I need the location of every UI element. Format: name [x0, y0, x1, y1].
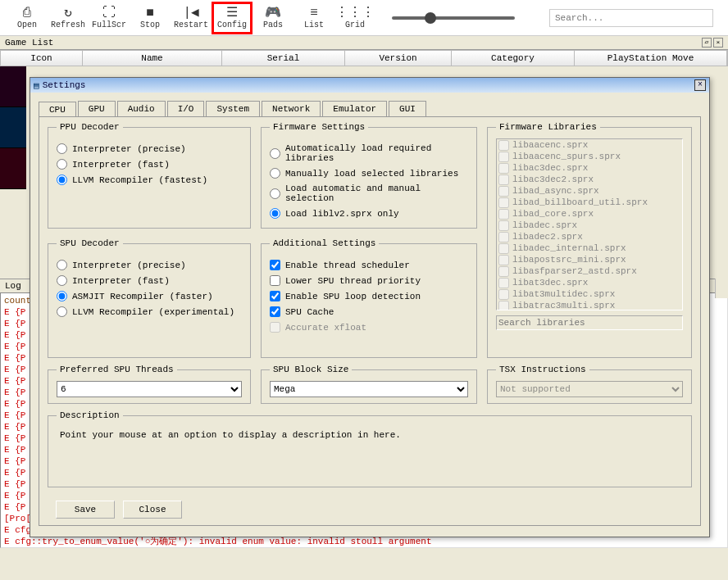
restart-button[interactable]: |◀Restart	[171, 2, 212, 34]
pads-button[interactable]: 🎮Pads	[253, 2, 293, 34]
open-button[interactable]: ⎙Open	[7, 2, 48, 34]
close-panel-icon[interactable]: ×	[713, 38, 723, 48]
spu-block-select[interactable]: Mega	[270, 381, 468, 397]
spu-interp-fast[interactable]: Interpreter (fast)	[57, 275, 242, 286]
stop-button[interactable]: ■Stop	[130, 2, 171, 34]
lib-item[interactable]: libaacenc.sprx	[497, 139, 682, 151]
slider-knob[interactable]	[425, 12, 436, 24]
tab-gui[interactable]: GUI	[389, 101, 426, 116]
col-category[interactable]: Category	[452, 51, 575, 66]
tsx-group: TSX Instructions Not supported	[487, 365, 692, 404]
lib-checkbox	[498, 301, 509, 311]
grid-button[interactable]: ⋮⋮⋮Grid	[334, 2, 375, 34]
dialog-buttons: Save Close	[56, 501, 182, 519]
lib-item[interactable]: libatrac3multi.sprx	[497, 300, 682, 310]
list-button[interactable]: ≡List	[293, 2, 334, 34]
libs-list[interactable]: libaacenc.sprxlibaacenc_spurs.sprxlibac3…	[496, 138, 683, 310]
game-row-icon[interactable]	[0, 107, 26, 148]
ppu-interp-precise[interactable]: Interpreter (precise)	[57, 143, 242, 154]
lib-item[interactable]: libat3multidec.sprx	[497, 288, 682, 300]
lib-item[interactable]: libat3dec.sprx	[497, 277, 682, 288]
chk-loop-detect[interactable]: Enable SPU loop detection	[270, 291, 468, 301]
fw-liblv2[interactable]: Load liblv2.sprx only	[270, 208, 468, 219]
lib-checkbox	[498, 186, 509, 197]
lib-checkbox	[498, 209, 509, 220]
stop-icon: ■	[146, 6, 154, 20]
libs-legend: Firmware Libraries	[496, 122, 600, 132]
spu-threads-select[interactable]: 6	[57, 381, 242, 397]
search-input[interactable]	[549, 9, 713, 27]
ppu-decoder-group: PPU Decoder Interpreter (precise) Interp…	[48, 122, 251, 229]
additional-settings-group: Additional Settings Enable thread schedu…	[261, 238, 477, 358]
restart-icon: |◀	[183, 6, 198, 20]
dialog-title: Settings	[43, 80, 86, 90]
tsx-legend: TSX Instructions	[496, 365, 589, 374]
tab-gpu[interactable]: GPU	[78, 101, 116, 116]
col-psmove[interactable]: PlayStation Move	[575, 51, 727, 66]
ppu-llvm[interactable]: LLVM Recompiler (fastest)	[57, 174, 242, 185]
tab-io[interactable]: I/O	[167, 101, 205, 116]
lib-item[interactable]: libad_billboard_util.sprx	[497, 197, 682, 208]
libs-search-input[interactable]	[496, 315, 683, 330]
col-version[interactable]: Version	[345, 51, 452, 66]
description-text: Point your mouse at an option to display…	[57, 427, 683, 443]
config-button[interactable]: ☰Config	[212, 2, 253, 34]
col-name[interactable]: Name	[83, 51, 222, 66]
lib-checkbox	[498, 174, 509, 185]
lib-item[interactable]: libadec_internal.sprx	[497, 242, 682, 254]
chk-xfloat: Accurate xfloat	[270, 322, 468, 333]
tab-system[interactable]: System	[206, 101, 260, 116]
lib-item[interactable]: libasfparser2_astd.sprx	[497, 265, 682, 277]
spu-threads-group: Preferred SPU Threads 6	[48, 365, 251, 404]
tab-network[interactable]: Network	[262, 101, 321, 116]
chk-thread-sched[interactable]: Enable thread scheduler	[270, 260, 468, 270]
gamelist-header: Game List ▱×	[0, 36, 728, 50]
chk-lower-prio[interactable]: Lower SPU thread priority	[270, 275, 468, 286]
lib-item[interactable]: libad_core.sprx	[497, 208, 682, 220]
fw-both[interactable]: Load automatic and manual selection	[270, 184, 468, 203]
refresh-icon: ↻	[64, 6, 72, 20]
dialog-titlebar[interactable]: ▤ Settings ×	[30, 78, 709, 93]
main-toolbar: ⎙Open ↻Refresh ⛶FullScr ■Stop |◀Restart …	[0, 0, 728, 36]
tab-cpu[interactable]: CPU	[39, 102, 76, 117]
spu-llvm[interactable]: LLVM Recompiler (experimental)	[57, 306, 242, 317]
lib-item[interactable]: libac3dec2.sprx	[497, 174, 682, 185]
lib-item[interactable]: libapostsrc_mini.sprx	[497, 254, 682, 265]
fullscreen-button[interactable]: ⛶FullScr	[89, 2, 130, 34]
game-row-icon[interactable]	[0, 66, 26, 107]
tab-audio[interactable]: Audio	[117, 101, 166, 116]
lib-item[interactable]: libac3dec.sprx	[497, 162, 682, 174]
zoom-slider[interactable]	[392, 16, 515, 20]
lib-checkbox	[498, 152, 509, 162]
log-line: E cfg::try_to_enum_value('○为确定'): invali…	[4, 536, 724, 547]
col-serial[interactable]: Serial	[222, 51, 345, 66]
ppu-interp-fast[interactable]: Interpreter (fast)	[57, 159, 242, 170]
float-icon[interactable]: ▱	[702, 38, 712, 48]
spu-block-group: SPU Block Size Mega	[261, 365, 477, 404]
ppu-legend: PPU Decoder	[57, 122, 123, 132]
lib-item[interactable]: libaacenc_spurs.sprx	[497, 151, 682, 162]
col-icon[interactable]: Icon	[1, 51, 83, 66]
lib-item[interactable]: libadec2.sprx	[497, 231, 682, 242]
threads-legend: Preferred SPU Threads	[57, 365, 177, 374]
tab-emulator[interactable]: Emulator	[322, 101, 387, 116]
lib-item[interactable]: libadec.sprx	[497, 220, 682, 231]
gamelist-title: Game List	[5, 38, 53, 48]
close-button[interactable]: Close	[123, 501, 182, 519]
fw-auto[interactable]: Automatically load required libraries	[270, 143, 468, 163]
spu-asmjit[interactable]: ASMJIT Recompiler (faster)	[57, 291, 242, 301]
scrollbar-vertical[interactable]	[715, 279, 728, 298]
settings-dialog: ▤ Settings × CPU GPU Audio I/O System Ne…	[30, 77, 710, 537]
lib-checkbox	[498, 255, 509, 265]
block-legend: SPU Block Size	[270, 365, 352, 374]
refresh-button[interactable]: ↻Refresh	[48, 2, 89, 34]
lib-checkbox	[498, 266, 509, 277]
fw-manual[interactable]: Manually load selected libraries	[270, 168, 468, 179]
game-row-icon[interactable]	[0, 148, 26, 189]
spu-interp-precise[interactable]: Interpreter (precise)	[57, 260, 242, 270]
close-icon[interactable]: ×	[694, 79, 706, 91]
chk-spu-cache[interactable]: SPU Cache	[270, 306, 468, 317]
save-button[interactable]: Save	[56, 501, 115, 519]
lib-checkbox	[498, 197, 509, 208]
lib-item[interactable]: libad_async.sprx	[497, 185, 682, 197]
